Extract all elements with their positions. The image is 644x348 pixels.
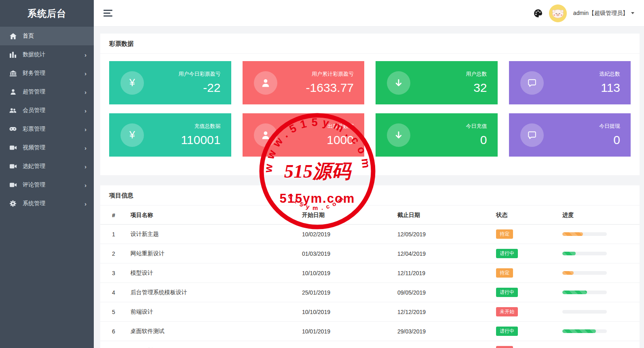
cell-index: 1 (100, 225, 131, 244)
video-camera-icon (9, 145, 17, 150)
col-header-name: 项目名称 (131, 206, 302, 225)
cell-start-date: 10/02/2019 (302, 225, 397, 244)
cell-end-date: 12/05/2019 (397, 341, 496, 348)
cell-name: 网站重新设计 (131, 244, 302, 263)
stat-value: 0 (599, 133, 620, 147)
cell-end-date: 12/12/2019 (397, 302, 496, 322)
status-badge: 待定 (496, 229, 513, 239)
video-camera-icon (9, 182, 17, 187)
stat-label: 出款总数据 (327, 123, 354, 129)
cell-index: 7 (100, 341, 131, 348)
sidebar-item-video[interactable]: 视频管理 › (0, 138, 94, 157)
stat-value: -1633.77 (306, 81, 354, 95)
chevron-right-icon: › (84, 126, 87, 133)
sidebar-item-data-stats[interactable]: 数据统计 › (0, 45, 94, 64)
sidebar-item-lottery[interactable]: 彩票管理 › (0, 120, 94, 138)
status-badge: 未开始 (496, 307, 518, 316)
sidebar: 系统后台 首页 数据统计 › 财务管理 › 超管管理 (0, 0, 94, 348)
sidebar-menu: 首页 数据统计 › 财务管理 › 超管管理 › (0, 27, 94, 213)
status-badge: 进行中 (496, 327, 518, 336)
stat-value: 110001 (181, 133, 221, 147)
stat-card-xuanfei-count: 选妃总数113 (509, 61, 631, 104)
sidebar-item-home[interactable]: 首页 (0, 27, 94, 45)
top-header: admin【超级管理员】 (94, 0, 644, 27)
section-title-lottery: 彩票数据 (100, 34, 640, 54)
sidebar-item-xuanfei[interactable]: 选妃管理 › (0, 157, 94, 176)
arrow-down-icon (387, 123, 410, 147)
yen-icon: ¥ (120, 123, 144, 147)
status-badge: 进行中 (496, 288, 518, 297)
stat-value: -22 (179, 81, 221, 95)
stat-card-recharge-total: ¥ 充值总数据110001 (109, 113, 231, 157)
cell-end-date: 12/11/2019 (397, 263, 496, 283)
user-dropdown[interactable]: admin【超级管理员】 (573, 10, 634, 17)
col-header-progress: 进度 (562, 206, 640, 225)
stat-label: 用户总数 (466, 71, 487, 77)
stat-value: 113 (599, 81, 620, 95)
cell-name: 桌面软件测试 (131, 322, 302, 341)
cell-name: APP改版开发 (131, 341, 302, 348)
cell-index: 4 (100, 283, 131, 302)
status-badge: 进行中 (496, 249, 518, 258)
caret-down-icon (631, 12, 634, 14)
main-content: 彩票数据 ¥ 用户今日彩票盈亏-22 用户累计彩票盈亏-1633.77 用户总数… (94, 27, 644, 348)
chart-icon (9, 52, 17, 58)
stat-card-today-recharge: 今日充值0 (376, 113, 498, 157)
progress-bar (562, 291, 607, 294)
table-row: 1 设计新主题 10/02/2019 12/05/2019 待定 (100, 225, 640, 244)
stat-value: 1000 (327, 133, 354, 147)
home-icon (9, 33, 17, 39)
gear-icon (9, 200, 17, 207)
lottery-data-panel: 彩票数据 ¥ 用户今日彩票盈亏-22 用户累计彩票盈亏-1633.77 用户总数… (100, 34, 640, 175)
cell-start-date: 25/02/2019 (302, 341, 397, 348)
comment-icon (520, 71, 544, 95)
sidebar-item-label: 财务管理 (23, 70, 45, 77)
table-row: 2 网站重新设计 01/03/2019 12/04/2019 进行中 (100, 244, 640, 263)
progress-bar (562, 271, 607, 275)
sidebar-item-label: 视频管理 (23, 144, 45, 151)
cell-start-date: 10/10/2019 (302, 263, 397, 283)
avatar[interactable] (549, 4, 567, 22)
theme-palette-icon[interactable] (534, 9, 543, 18)
cell-index: 2 (100, 244, 131, 263)
lottery-icon (9, 127, 17, 132)
status-badge: 暂停 (496, 346, 513, 348)
chevron-right-icon: › (84, 89, 87, 95)
sidebar-item-label: 选妃管理 (23, 163, 45, 170)
stat-card-withdraw-total: 出款总数据1000 (243, 113, 365, 157)
sidebar-item-finance[interactable]: 财务管理 › (0, 64, 94, 83)
user-icon (254, 71, 277, 95)
bank-icon (9, 70, 17, 76)
chevron-right-icon: › (84, 51, 87, 58)
sidebar-item-members[interactable]: 会员管理 › (0, 101, 94, 120)
chevron-right-icon: › (84, 144, 87, 151)
sidebar-item-system[interactable]: 系统管理 › (0, 194, 94, 213)
stat-value: 0 (466, 133, 487, 147)
stat-card-user-count: 用户总数32 (376, 61, 498, 104)
table-row: 4 后台管理系统模板设计 25/01/2019 09/05/2019 进行中 (100, 283, 640, 302)
cell-start-date: 10/10/2019 (302, 302, 397, 322)
cell-start-date: 25/01/2019 (302, 283, 397, 302)
status-badge: 待定 (496, 268, 513, 278)
user-icon (254, 123, 277, 147)
sidebar-item-comments[interactable]: 评论管理 › (0, 176, 94, 194)
stat-label: 今日充值 (466, 123, 487, 129)
sidebar-item-label: 评论管理 (23, 181, 45, 189)
col-header-end: 截止日期 (397, 206, 496, 225)
stat-label: 选妃总数 (599, 71, 620, 77)
chevron-right-icon: › (84, 182, 87, 189)
arrow-down-icon (387, 71, 410, 95)
stat-label: 今日提现 (599, 123, 620, 129)
sidebar-item-label: 数据统计 (23, 51, 45, 58)
menu-toggle-icon[interactable] (103, 8, 113, 18)
cell-start-date: 01/03/2019 (302, 244, 397, 263)
sidebar-item-label: 超管管理 (23, 88, 45, 95)
video-camera-icon (9, 164, 17, 169)
section-title-projects: 项目信息 (100, 185, 640, 206)
stat-label: 充值总数据 (194, 123, 221, 129)
cell-name: 模型设计 (131, 263, 302, 283)
stat-card-today-pl: ¥ 用户今日彩票盈亏-22 (109, 61, 231, 104)
cell-end-date: 29/03/2019 (397, 322, 496, 341)
progress-bar (562, 252, 607, 255)
sidebar-item-superadmin[interactable]: 超管管理 › (0, 83, 94, 101)
